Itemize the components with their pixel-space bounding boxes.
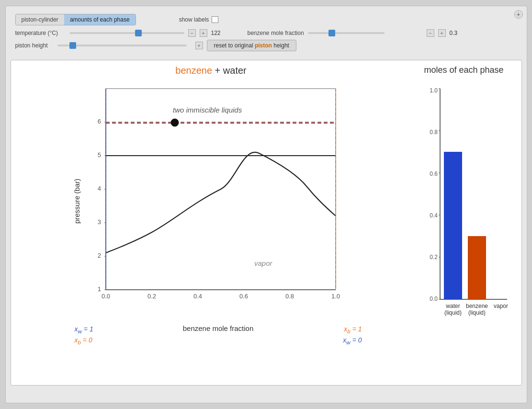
xw-label: xw = 1 (75, 325, 93, 333)
svg-text:0.0: 0.0 (101, 293, 110, 300)
reset-btn-highlight: piston (255, 42, 272, 49)
chart-title: benzene + water (175, 65, 246, 76)
piston-row: piston height + reset to original piston… (15, 40, 517, 51)
benzene-bar (468, 236, 486, 299)
piston-height-slider[interactable] (57, 45, 187, 46)
show-labels-label: show labels (179, 16, 209, 23)
svg-text:4: 4 (97, 185, 101, 192)
piston-height-label: piston height (15, 42, 54, 49)
add-icon[interactable]: + (514, 10, 523, 19)
svg-text:1.0: 1.0 (430, 87, 438, 94)
bar-chart-title: moles of each phase (424, 65, 503, 75)
svg-text:5: 5 (97, 151, 101, 159)
benzene-mole-fraction-label: benzene mole fraction (248, 30, 304, 36)
svg-text:0.2: 0.2 (430, 254, 438, 261)
temperature-value: 122 (211, 30, 225, 36)
svg-text:0.6: 0.6 (430, 170, 438, 177)
temperature-plus-btn[interactable]: + (200, 29, 207, 37)
temperature-row: temperature (°C) − + 122 benzene mole fr… (15, 29, 517, 37)
benzene-value: 0.3 (450, 30, 463, 36)
svg-text:0.0: 0.0 (430, 295, 438, 302)
phase-diagram-svg: 1 2 3 4 5 6 0.0 0.2 0.4 0.6 (77, 79, 355, 314)
tab-group: piston-cylinder amounts of each phase (15, 14, 136, 25)
svg-text:(liquid): (liquid) (468, 309, 485, 316)
reset-btn-pre: reset to original (214, 42, 255, 49)
tab-piston-cylinder[interactable]: piston-cylinder (16, 14, 64, 25)
svg-text:1: 1 (97, 285, 101, 293)
svg-text:1.0: 1.0 (331, 293, 340, 300)
tab-amounts-each-phase[interactable]: amounts of each phase (64, 14, 136, 25)
svg-text:(liquid): (liquid) (444, 309, 461, 316)
chart-wrapper: pressure (bar) 1 2 3 4 (63, 79, 360, 323)
chart-bottom-labels: xw = 1 xb = 0 benzene mole fraction xb =… (75, 324, 362, 347)
piston-height-slider-container (57, 42, 192, 49)
reset-btn-post: height (272, 42, 289, 49)
piston-height-plus-btn[interactable]: + (195, 42, 203, 49)
svg-point-27 (171, 119, 179, 126)
show-labels-group: show labels (179, 16, 219, 23)
plus-water-title: + water (212, 65, 247, 76)
controls-row1: piston-cylinder amounts of each phase sh… (15, 14, 517, 25)
temperature-slider[interactable] (69, 32, 184, 34)
svg-text:benzene: benzene (465, 303, 487, 309)
reset-piston-height-btn[interactable]: reset to original piston height (207, 40, 296, 51)
svg-text:0.4: 0.4 (430, 212, 438, 219)
bar-chart-area: moles of each phase 0.0 0.2 0.4 0.6 0.8 … (411, 65, 517, 380)
benzene-slider[interactable] (308, 32, 385, 34)
temperature-label: temperature (°C) (15, 30, 66, 36)
app-container: + piston-cylinder amounts of each phase … (5, 6, 527, 403)
svg-text:0.6: 0.6 (239, 293, 248, 300)
right-axis-labels: xb = 1 xw = 0 (343, 324, 362, 347)
svg-text:0.8: 0.8 (430, 129, 438, 136)
y-axis-label: pressure (bar) (72, 179, 80, 224)
temperature-slider-container (69, 29, 184, 37)
show-labels-checkbox[interactable] (212, 16, 218, 23)
svg-text:vapor: vapor (493, 303, 508, 309)
xb-one-label: xb = 1 (344, 325, 362, 333)
x-axis-label: benzene mole fraction (183, 324, 254, 332)
benzene-title: benzene (175, 65, 212, 76)
chart-area: benzene + water pressure (bar) (16, 65, 407, 380)
water-bar (444, 152, 462, 299)
xw-zero-label: xw = 0 (343, 336, 362, 344)
left-axis-labels: xw = 1 xb = 0 (75, 324, 93, 347)
svg-text:0.4: 0.4 (193, 293, 202, 300)
bar-chart-svg: 0.0 0.2 0.4 0.6 0.8 1.0 (416, 79, 512, 328)
main-content: benzene + water pressure (bar) (11, 60, 522, 386)
controls-panel: piston-cylinder amounts of each phase sh… (11, 11, 522, 56)
svg-text:two immiscible liquids: two immiscible liquids (173, 106, 242, 114)
svg-text:3: 3 (97, 218, 101, 226)
svg-text:vapor: vapor (254, 259, 273, 267)
benzene-minus-btn[interactable]: − (427, 29, 434, 37)
temperature-minus-btn[interactable]: − (188, 29, 196, 37)
xb-zero-label: xb = 0 (75, 336, 92, 344)
svg-text:6: 6 (97, 118, 101, 125)
svg-text:water: water (445, 303, 460, 309)
svg-text:0.8: 0.8 (285, 293, 294, 300)
svg-text:2: 2 (97, 252, 101, 259)
benzene-plus-btn[interactable]: + (438, 29, 446, 37)
benzene-slider-container (308, 29, 423, 37)
svg-text:0.2: 0.2 (147, 293, 156, 300)
